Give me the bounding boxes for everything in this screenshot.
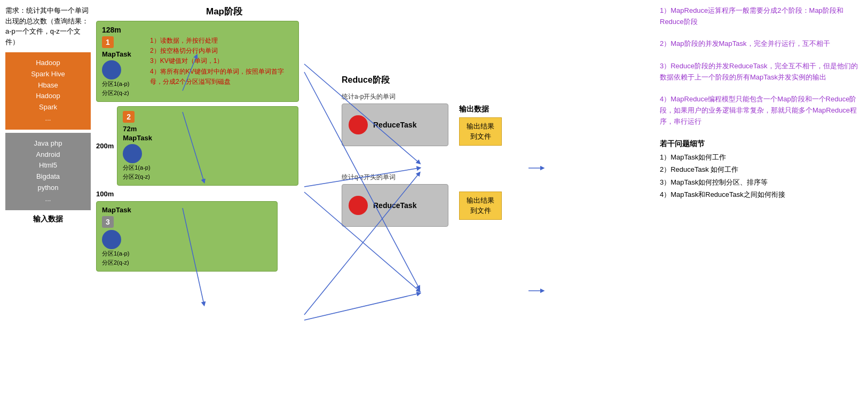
reduce-task-circle-1 [349, 115, 368, 134]
issue-4: 4）MapTask和ReduceTask之间如何衔接 [660, 188, 863, 201]
task-number-2: 2 [123, 111, 135, 123]
left-panel: 需求：统计其中每一个单词出现的总次数（查询结果：a-p一个文件，q-z一个文件）… [5, 5, 91, 401]
input-box-gray: Java phpAndroidHtml5Bigdatapython... [5, 133, 91, 210]
note-1: 1）MapReduce运算程序一般需要分成2个阶段：Map阶段和Reduce阶段 [660, 5, 863, 28]
map-task-label-3: MapTask [102, 206, 131, 214]
map-task-left-2: 2 72m MapTask 分区1(a-p)分区2(q-z) [123, 111, 165, 181]
input-box2-text: Java phpAndroidHtml5Bigdatapython... [34, 138, 62, 205]
reduce-stage-title: Reduce阶段 [342, 75, 523, 86]
map-task-box-1: 128m 1 MapTask 分区1(a-p)分区2(q-z) 1）读数据，并按… [96, 21, 299, 102]
map-stage-title: Map阶段 [128, 5, 320, 18]
map-task-left-1: 128m 1 MapTask 分区1(a-p)分区2(q-z) [102, 26, 145, 97]
reduce-task-circle-2 [349, 196, 368, 215]
map-task-partitions-2: 分区1(a-p)分区2(q-z) [123, 163, 150, 181]
map-task-partitions-3: 分区1(a-p)分区2(q-z) [102, 249, 129, 267]
reduce-subtitle-2: 统计q-z开头的单词 [342, 173, 523, 182]
map-size-100m: 100m [96, 190, 320, 198]
map-task-label-1: MapTask [102, 50, 131, 58]
map-size-1: 128m [102, 26, 121, 34]
map-task-left-3: MapTask 3 分区1(a-p)分区2(q-z) [102, 206, 145, 267]
map-task-label-2: MapTask [123, 134, 152, 142]
diagram-area: Map阶段 128m 1 MapTask 分区1(a-p)分区2(q-z) 1）… [96, 5, 654, 401]
task-number-3: 3 [102, 216, 114, 228]
reduce-subtitle-1: 统计a-p开头的单词 [342, 92, 523, 101]
issues-title: 若干问题细节 [660, 139, 863, 149]
reduce-task-label-1: ReduceTask [373, 121, 416, 129]
right-notes-bottom: 1）MapTask如何工作 2）ReduceTask 如何工作 3）MapTas… [660, 151, 863, 201]
input-box1-text: HadoopSpark HiveHbaseHadoopSpark... [31, 58, 65, 124]
reduce-task-box-2: ReduceTask [342, 184, 448, 227]
map-task-box-3: MapTask 3 分区1(a-p)分区2(q-z) [96, 201, 278, 272]
note-3: 3）Reduce阶段的并发ReduceTask，完全互不相干，但是他们的数据依赖… [660, 61, 863, 83]
issue-2: 2）ReduceTask 如何工作 [660, 163, 863, 176]
right-notes-top: 1）MapReduce运算程序一般需要分成2个阶段：Map阶段和Reduce阶段… [660, 5, 863, 128]
note-4: 4）MapReduce编程模型只能包含一个Map阶段和一个Reduce阶段，如果… [660, 94, 863, 127]
issue-1: 1）MapTask如何工作 [660, 151, 863, 163]
right-panel: 1）MapReduce运算程序一般需要分成2个阶段：Map阶段和Reduce阶段… [660, 5, 863, 401]
requirement-text: 需求：统计其中每一个单词出现的总次数（查询结果：a-p一个文件，q-z一个文件） [5, 5, 91, 47]
output-title: 输出数据 [459, 105, 489, 114]
reduce-task-box-1: ReduceTask [342, 104, 448, 146]
map-task-steps-1: 1）读数据，并按行处理 2）按空格切分行内单词 3）KV键值对（单词，1） 4）… [150, 36, 293, 87]
map-task-circle-1 [102, 60, 121, 79]
map-task-circle-2 [123, 144, 142, 163]
output-box-2: 输出结果到文件 [459, 192, 502, 220]
map-task-box-2: 2 72m MapTask 分区1(a-p)分区2(q-z) [117, 106, 298, 186]
input-box-orange: HadoopSpark HiveHbaseHadoopSpark... [5, 52, 91, 130]
output-box-1: 输出结果到文件 [459, 117, 502, 146]
input-data-label: 输入数据 [5, 214, 91, 224]
map-size-2-outer: 200m [96, 142, 114, 150]
main-container: 需求：统计其中每一个单词出现的总次数（查询结果：a-p一个文件，q-z一个文件）… [0, 0, 868, 406]
issue-3: 3）MapTask如何控制分区、排序等 [660, 176, 863, 188]
map-task-partitions-1: 分区1(a-p)分区2(q-z) [102, 79, 129, 97]
task-number-1: 1 [102, 36, 114, 48]
note-2: 2）Map阶段的并发MapTask，完全并行运行，互不相干 [660, 38, 863, 50]
map-task-circle-3 [102, 230, 121, 249]
map-size-sub-2: 72m [123, 125, 137, 133]
reduce-task-label-2: ReduceTask [373, 201, 416, 210]
